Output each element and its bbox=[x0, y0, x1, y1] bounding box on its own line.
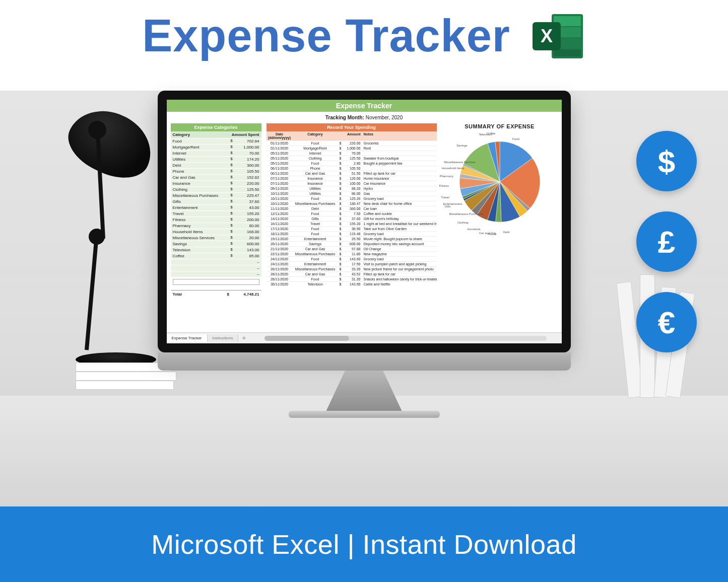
record-row[interactable]: 01/11/2020Mortgage/Rent$1,000.00Rent bbox=[267, 146, 437, 151]
record-row[interactable]: 10/11/2020Miscellaneous Purchases$180.47… bbox=[267, 201, 437, 206]
category-row[interactable]: Debt$360.00 bbox=[171, 162, 261, 168]
category-row[interactable]: Pharmacy$80.00 bbox=[171, 223, 261, 229]
category-row[interactable]: Entertainment$43.00 bbox=[171, 204, 261, 210]
record-row[interactable]: 07/11/2020Insurance$120.00Home insurance bbox=[267, 176, 437, 181]
spreadsheet: Expense Tracker Tracking Month: November… bbox=[167, 100, 562, 343]
record-row[interactable]: 05/11/2020Clothing$125.50Sweater from bo… bbox=[267, 156, 437, 161]
record-row[interactable]: 26/11/2020Miscellaneous Purchases$33.20N… bbox=[267, 266, 437, 271]
record-row[interactable]: 12/11/2020Food$7.50Coffee and cookie bbox=[267, 211, 437, 216]
record-row[interactable]: 09/11/2020Utilities$88.20Hydro bbox=[267, 186, 437, 191]
pie-label: Car and Gas bbox=[479, 232, 496, 235]
currency-badges: $ £ € bbox=[636, 131, 697, 352]
pie-label: Insurance bbox=[467, 228, 480, 231]
record-row[interactable]: 24/11/2020Food$143.60Grocery load bbox=[267, 256, 437, 261]
pie-label: Miscellaneous Purchases bbox=[449, 212, 483, 215]
hero-title: Expense Tracker bbox=[142, 10, 510, 62]
excel-icon: X bbox=[531, 11, 586, 61]
record-row[interactable]: 06/11/2020Car and Gas$51.50Filled up tan… bbox=[267, 171, 437, 176]
sheet-tabs: Expense Tracker Instructions ⊕ bbox=[167, 332, 562, 343]
record-row[interactable]: 07/11/2020Insurance$100.00Car insurance bbox=[267, 181, 437, 186]
record-row[interactable]: 05/11/2020Food$2.80Bought a peppermint t… bbox=[267, 161, 437, 166]
category-row[interactable]: Phone$105.50 bbox=[171, 168, 261, 174]
record-row[interactable]: 16/11/2020Travel$155.201 night at bed an… bbox=[267, 221, 437, 226]
horizontal-scrollbar[interactable] bbox=[264, 336, 546, 341]
category-row[interactable]: Coffee$85.00 bbox=[171, 253, 261, 259]
tab-instructions[interactable]: Instructions bbox=[208, 334, 239, 342]
record-row[interactable]: 20/11/2020Savings$600.00Deposited money … bbox=[267, 241, 437, 246]
categories-total: Total $ 4,748.21 bbox=[171, 290, 261, 298]
bottom-banner: Microsoft Excel | Instant Download bbox=[0, 506, 728, 582]
record-row[interactable]: 30/11/2020Television$143.00Cable and Net… bbox=[267, 281, 437, 286]
record-row[interactable]: 24/11/2020Entertainment$17.50Visit to pu… bbox=[267, 261, 437, 266]
category-row[interactable]: Travel$155.20 bbox=[171, 210, 261, 216]
category-row[interactable]: Savings$600.00 bbox=[171, 241, 261, 247]
record-row[interactable]: 05/11/2020Internet$70.00 bbox=[267, 151, 437, 156]
svg-text:X: X bbox=[541, 26, 553, 46]
category-row[interactable]: Clothing$125.50 bbox=[171, 186, 261, 192]
category-row[interactable]: Household Items$168.00 bbox=[171, 229, 261, 235]
record-row[interactable]: 14/11/2020Gifts$37.60Gift for mom's birt… bbox=[267, 216, 437, 221]
tracking-month: Tracking Month: November, 2020 bbox=[167, 112, 562, 123]
tab-expense-tracker[interactable]: Expense Tracker bbox=[167, 334, 208, 342]
tab-add-icon[interactable]: ⊕ bbox=[238, 336, 249, 340]
category-row[interactable]: Television$143.00 bbox=[171, 247, 261, 253]
pie-chart: FoodDebtPhoneCar and GasInsuranceClothin… bbox=[447, 131, 553, 237]
pie-label: Coffee bbox=[487, 132, 496, 135]
pie-label: Clothing bbox=[457, 221, 469, 224]
record-row[interactable]: 11/11/2020Debt$360.00Car loan bbox=[267, 206, 437, 211]
pie-label: Debt bbox=[503, 231, 510, 234]
category-row-empty[interactable]: – bbox=[171, 259, 261, 265]
record-row[interactable]: 21/11/2020Car and Gas$57.80Oil Change bbox=[267, 246, 437, 251]
pie-label: Fitness bbox=[439, 184, 449, 187]
category-row[interactable]: Fitness$200.00 bbox=[171, 216, 261, 223]
badge-pound: £ bbox=[636, 211, 697, 272]
svg-rect-4 bbox=[554, 49, 581, 56]
pie-label: Food bbox=[512, 137, 519, 140]
pie-label: Household Items bbox=[441, 167, 464, 170]
category-row[interactable]: Internet$70.00 bbox=[171, 150, 261, 156]
category-row[interactable]: Miscellaneous Services$20.00 bbox=[171, 235, 261, 241]
sheet-title: Expense Tracker bbox=[167, 100, 562, 112]
summary-panel: SUMMARY OF EXPENSE FoodDebtPhoneCar and … bbox=[442, 123, 558, 332]
category-row-empty[interactable]: – bbox=[171, 271, 261, 277]
categories-columns: Category Amount Spent bbox=[171, 131, 261, 138]
title-bar: Expense Tracker X bbox=[0, 0, 728, 77]
monitor: Expense Tracker Tracking Month: November… bbox=[158, 91, 571, 418]
record-row[interactable]: 19/11/2020Entertainment$25.50Movie night… bbox=[267, 236, 437, 241]
record-row[interactable]: 28/11/2020Car and Gas$43.52Filled up tan… bbox=[267, 271, 437, 276]
record-row[interactable]: 28/11/2020Food$31.20Snacks and halloween… bbox=[267, 276, 437, 281]
category-row[interactable]: Car and Gas$152.82 bbox=[171, 174, 261, 180]
record-row[interactable]: 01/11/2020Food$220.00Groceries bbox=[267, 140, 437, 146]
pie-label: Miscellaneous Services bbox=[444, 161, 476, 164]
record-row[interactable]: 17/11/2020Food$36.90Take out from Olive … bbox=[267, 226, 437, 231]
categories-panel: Expense Categories Category Amount Spent… bbox=[171, 123, 261, 332]
record-row[interactable]: 22/11/2020Miscellaneous Purchases$11.80N… bbox=[267, 251, 437, 256]
record-row[interactable]: 10/11/2020Utilities$86.00Gas bbox=[267, 191, 437, 196]
badge-euro: € bbox=[636, 292, 697, 352]
product-photo: Expense Tracker Tracking Month: November… bbox=[0, 91, 728, 582]
badge-dollar: $ bbox=[636, 131, 697, 191]
category-row[interactable]: Mortgage/Rent$1,000.00 bbox=[171, 144, 261, 150]
pie-label: Entertainment bbox=[443, 202, 462, 205]
pie-label: Pharmacy bbox=[440, 175, 453, 178]
record-columns: Date (dd/mm/yyyy) Category Amount Notes bbox=[267, 131, 437, 140]
category-input[interactable] bbox=[173, 279, 259, 285]
category-row[interactable]: Food$702.84 bbox=[171, 138, 261, 144]
category-row[interactable]: Miscellaneous Purchases$225.47 bbox=[171, 192, 261, 198]
category-row[interactable]: Utilities$174.20 bbox=[171, 156, 261, 162]
category-row-empty[interactable]: – bbox=[171, 265, 261, 271]
summary-title: SUMMARY OF EXPENSE bbox=[442, 123, 558, 129]
record-row[interactable]: 18/11/2020Food$115.48Grocery load bbox=[267, 231, 437, 236]
desk-lamp bbox=[45, 101, 176, 383]
category-row[interactable]: Gifts$37.60 bbox=[171, 198, 261, 204]
record-row[interactable]: 06/11/2020Phone$105.50 bbox=[267, 166, 437, 171]
category-row[interactable]: Insurance$220.00 bbox=[171, 180, 261, 186]
record-row[interactable]: 10/11/2020Food$125.26Grocery load bbox=[267, 196, 437, 201]
pie-label: Travel bbox=[441, 196, 449, 199]
record-panel: Record Your Spending Date (dd/mm/yyyy) C… bbox=[267, 123, 437, 332]
pie-label: Savings bbox=[456, 144, 467, 147]
